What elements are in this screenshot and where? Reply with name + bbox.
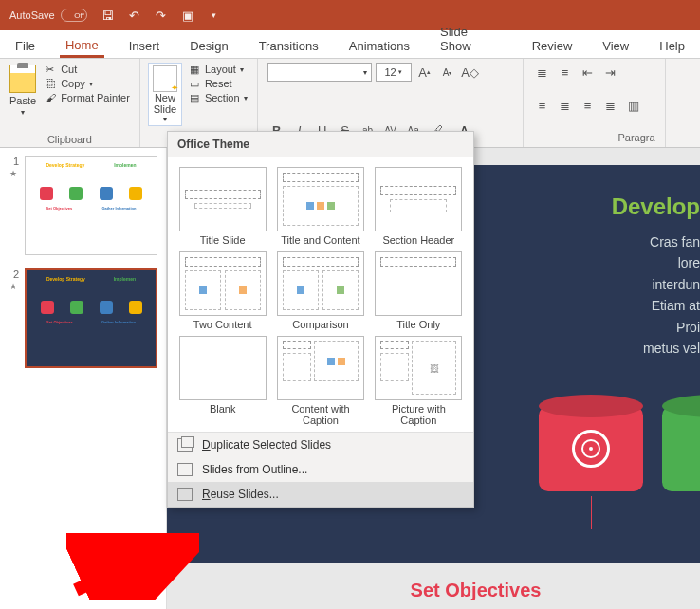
section-button[interactable]: ▤Section ▾	[188, 91, 249, 104]
font-size-select[interactable]: 12▾	[376, 63, 412, 82]
autosave-switch[interactable]: Off	[61, 9, 87, 22]
thumbnail-image[interactable]: Develop StrategyImplemen Set ObjectivesG…	[25, 268, 157, 368]
decrease-indent-button[interactable]: ⇤	[579, 63, 598, 82]
format-painter-button[interactable]: 🖌Format Painter	[44, 91, 132, 104]
copy-icon: ⿻	[46, 78, 57, 89]
layout-grid: Title Slide Title and Content Section He…	[168, 157, 473, 432]
thumbnail-panel: 1★ Develop StrategyImplemen Set Objectiv…	[0, 148, 167, 609]
paragraph-group: ≣ ≡ ⇤ ⇥ ≡ ≣ ≡ ≣ ▥ Paragra	[524, 59, 666, 147]
thumbnail-number: 1	[8, 156, 19, 167]
section-label[interactable]: Set Objectives	[411, 580, 542, 601]
title-bar: AutoSave Off 🖫 ↶ ↷ ▣ ▾	[0, 0, 700, 30]
thumbnail-number: 2	[8, 268, 19, 280]
font-family-select[interactable]: ▾	[267, 63, 372, 82]
tab-file[interactable]: File	[9, 34, 41, 58]
new-slide-button[interactable]: NewSlide ▾	[148, 63, 182, 126]
quick-access-toolbar: 🖫 ↶ ↷ ▣ ▾	[101, 8, 222, 23]
chevron-down-icon[interactable]: ▾	[21, 108, 25, 117]
target-icon	[572, 430, 610, 468]
reuse-slides-option[interactable]: Reuse Slides...	[168, 482, 473, 507]
tab-design[interactable]: Design	[184, 34, 233, 58]
animation-indicator-icon: ★	[9, 169, 17, 178]
tab-slideshow[interactable]: Slide Show	[434, 20, 507, 58]
duplicate-icon	[177, 438, 193, 452]
ribbon-tabs: File Home Insert Design Transitions Anim…	[0, 30, 700, 59]
red-cylinder-shape[interactable]	[539, 406, 643, 491]
autosave-toggle[interactable]: AutoSave Off	[9, 9, 87, 22]
image-placeholder-icon: 🖼	[430, 363, 439, 374]
slides-from-outline-option[interactable]: Slides from Outline...	[168, 457, 473, 482]
columns-button[interactable]: ▥	[624, 97, 643, 116]
layout-title-slide[interactable]: Title Slide	[177, 167, 267, 246]
paste-label: Paste	[9, 95, 36, 106]
align-center-button[interactable]: ≣	[556, 97, 575, 116]
clipboard-group: Paste ▾ ✂Cut ⿻Copy ▾ 🖌Format Painter Cli…	[0, 59, 140, 147]
numbering-button[interactable]: ≡	[556, 63, 575, 82]
layout-section-header[interactable]: Section Header	[374, 167, 464, 246]
layout-comparison[interactable]: Comparison	[275, 251, 365, 330]
customize-qat-icon[interactable]: ▾	[207, 8, 222, 23]
paragraph-group-label: Paragra	[533, 130, 655, 143]
chevron-down-icon[interactable]: ▾	[163, 115, 167, 123]
increase-font-icon[interactable]: A▴	[415, 63, 434, 82]
dropdown-footer: Duplicate Selected Slides Slides from Ou…	[168, 432, 473, 507]
reset-icon: ▭	[190, 78, 201, 89]
tab-insert[interactable]: Insert	[123, 34, 166, 58]
animation-indicator-icon: ★	[9, 282, 17, 291]
clipboard-group-label: Clipboard	[8, 132, 132, 145]
save-icon[interactable]: 🖫	[101, 8, 116, 23]
duplicate-slides-option[interactable]: Duplicate Selected Slides	[168, 433, 473, 457]
scissors-icon: ✂	[46, 64, 57, 75]
tab-view[interactable]: View	[597, 34, 635, 58]
layout-content-caption[interactable]: Content with Caption	[275, 336, 365, 426]
connector-line	[591, 496, 592, 529]
tab-transitions[interactable]: Transitions	[253, 34, 324, 58]
new-slide-dropdown: Office Theme Title Slide Title and Conte…	[167, 131, 474, 508]
paste-button[interactable]: Paste ▾	[8, 63, 38, 119]
decrease-font-icon[interactable]: A▾	[438, 63, 457, 82]
layout-icon: ▦	[190, 64, 201, 75]
outline-icon	[177, 463, 193, 476]
clear-formatting-icon[interactable]: A◇	[461, 63, 480, 82]
new-slide-label: NewSlide	[154, 92, 176, 115]
justify-button[interactable]: ≣	[601, 97, 620, 116]
green-cylinder-shape[interactable]	[662, 406, 700, 491]
new-slide-icon	[153, 65, 177, 92]
slide-thumbnail[interactable]: 1★ Develop StrategyImplemen Set Objectiv…	[4, 156, 162, 255]
increase-indent-button[interactable]: ⇥	[601, 63, 620, 82]
undo-icon[interactable]: ↶	[127, 8, 142, 23]
autosave-label: AutoSave	[9, 9, 55, 21]
dropdown-header: Office Theme	[168, 132, 473, 157]
paste-icon	[9, 65, 36, 93]
tab-review[interactable]: Review	[526, 34, 579, 58]
layout-button[interactable]: ▦Layout ▾	[188, 63, 249, 76]
layout-two-content[interactable]: Two Content	[177, 251, 267, 330]
present-icon[interactable]: ▣	[180, 8, 195, 23]
reuse-icon	[177, 488, 193, 501]
copy-button[interactable]: ⿻Copy ▾	[44, 77, 132, 90]
thumbnail-image[interactable]: Develop StrategyImplemen Set ObjectivesG…	[25, 156, 157, 255]
layout-blank[interactable]: Blank	[177, 336, 267, 426]
tab-help[interactable]: Help	[654, 34, 691, 58]
reset-button[interactable]: ▭Reset	[188, 77, 249, 90]
tab-animations[interactable]: Animations	[343, 34, 415, 58]
layout-picture-caption[interactable]: 🖼 Picture with Caption	[374, 336, 464, 426]
tab-home[interactable]: Home	[60, 33, 104, 58]
brush-icon: 🖌	[46, 92, 57, 103]
redo-icon[interactable]: ↷	[154, 8, 169, 23]
section-icon: ▤	[190, 92, 201, 103]
layout-title-content[interactable]: Title and Content	[275, 167, 365, 246]
bullets-button[interactable]: ≣	[533, 63, 552, 82]
align-left-button[interactable]: ≡	[533, 97, 552, 116]
align-right-button[interactable]: ≡	[579, 97, 598, 116]
slide-thumbnail[interactable]: 2★ Develop StrategyImplemen Set Objectiv…	[4, 268, 162, 368]
layout-title-only[interactable]: Title Only	[374, 251, 464, 330]
cut-button[interactable]: ✂Cut	[44, 63, 132, 76]
